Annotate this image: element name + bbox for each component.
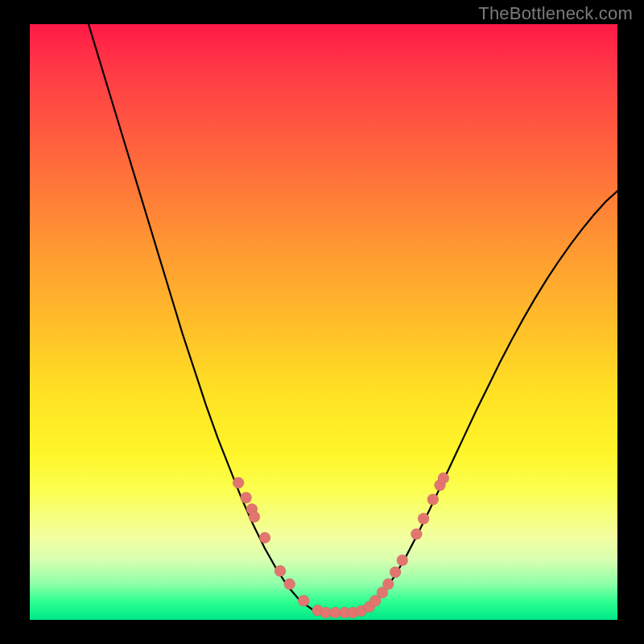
- chart-panel: [30, 24, 617, 620]
- curve-marker: [259, 532, 270, 543]
- curve-marker: [284, 579, 295, 590]
- curve-marker: [438, 473, 449, 484]
- curve-marker: [298, 595, 309, 606]
- curve-marker: [241, 492, 252, 503]
- curve-markers: [233, 473, 449, 618]
- curve-marker: [427, 494, 439, 506]
- curve-marker: [275, 565, 286, 576]
- curve-marker: [390, 567, 401, 578]
- curve-marker: [249, 511, 260, 522]
- watermark-text: TheBottleneck.com: [478, 3, 633, 24]
- curve-marker: [233, 477, 244, 489]
- curve-marker: [397, 555, 408, 566]
- curve-marker: [382, 579, 394, 590]
- curve-marker: [418, 513, 429, 524]
- curve-marker: [411, 528, 422, 539]
- bottleneck-curve: [30, 24, 617, 620]
- chart-stage: TheBottleneck.com: [0, 0, 644, 644]
- curve-path: [89, 24, 617, 613]
